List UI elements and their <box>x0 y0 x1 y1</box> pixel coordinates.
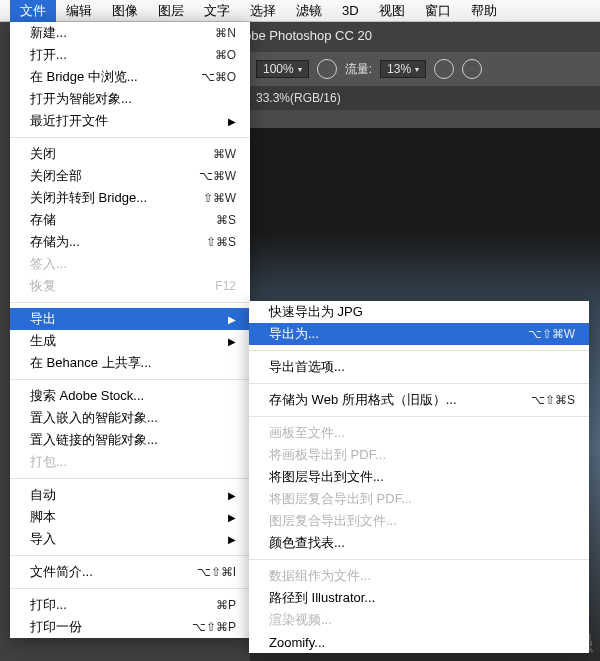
menu-item-label: 导出为... <box>269 325 516 343</box>
pressure-opacity-icon[interactable] <box>462 59 482 79</box>
menu-item-label: 打印... <box>30 596 204 614</box>
menu-item-shortcut: ⌘S <box>216 213 236 227</box>
file-menu-item[interactable]: 在 Behance 上共享... <box>10 352 250 374</box>
export-submenu-item[interactable]: Zoomify... <box>249 631 589 653</box>
ruler-horizontal <box>250 110 600 128</box>
export-submenu-item[interactable]: 路径到 Illustrator... <box>249 587 589 609</box>
flow-value[interactable]: 13% ▾ <box>380 60 426 78</box>
file-menu-item[interactable]: 文件简介...⌥⇧⌘I <box>10 561 250 583</box>
menu-help[interactable]: 帮助 <box>461 0 507 22</box>
export-submenu-item: 渲染视频... <box>249 609 589 631</box>
file-menu-item[interactable]: 关闭⌘W <box>10 143 250 165</box>
export-submenu-item: 图层复合导出到文件... <box>249 510 589 532</box>
file-menu-item[interactable]: 导出▶ <box>10 308 250 330</box>
menu-item-label: 自动 <box>30 486 216 504</box>
file-menu-item[interactable]: 新建...⌘N <box>10 22 250 44</box>
menu-item-label: 打开为智能对象... <box>30 90 236 108</box>
export-submenu-item: 将图层复合导出到 PDF... <box>249 488 589 510</box>
file-menu-separator <box>10 302 250 303</box>
menu-item-label: 渲染视频... <box>269 611 575 629</box>
submenu-arrow-icon: ▶ <box>228 314 236 325</box>
menu-image[interactable]: 图像 <box>102 0 148 22</box>
menu-item-label: 存储 <box>30 211 204 229</box>
export-submenu-item[interactable]: 快速导出为 JPG <box>249 301 589 323</box>
menu-item-label: 打包... <box>30 453 236 471</box>
menu-item-shortcut: ⌘N <box>215 26 236 40</box>
file-menu-item[interactable]: 置入链接的智能对象... <box>10 429 250 451</box>
menu-window[interactable]: 窗口 <box>415 0 461 22</box>
chevron-down-icon: ▾ <box>298 65 302 74</box>
export-submenu-item[interactable]: 存储为 Web 所用格式（旧版）...⌥⇧⌘S <box>249 389 589 411</box>
menu-item-label: 搜索 Adobe Stock... <box>30 387 236 405</box>
file-menu-item[interactable]: 导入▶ <box>10 528 250 550</box>
file-menu-item[interactable]: 打印...⌘P <box>10 594 250 616</box>
menu-item-shortcut: ⌥⌘W <box>199 169 236 183</box>
menu-item-label: 导入 <box>30 530 216 548</box>
menu-item-label: 关闭全部 <box>30 167 187 185</box>
airbrush-icon[interactable] <box>434 59 454 79</box>
file-menu-item[interactable]: 打开...⌘O <box>10 44 250 66</box>
menu-item-shortcut: ⌘O <box>215 48 236 62</box>
menu-item-shortcut: ⌥⇧⌘P <box>192 620 236 634</box>
file-menu-item[interactable]: 打开为智能对象... <box>10 88 250 110</box>
submenu-arrow-icon: ▶ <box>228 336 236 347</box>
zoom-value[interactable]: 100% ▾ <box>256 60 309 78</box>
export-submenu-item[interactable]: 导出为...⌥⇧⌘W <box>249 323 589 345</box>
pressure-size-icon[interactable] <box>317 59 337 79</box>
file-menu-item[interactable]: 存储⌘S <box>10 209 250 231</box>
file-menu-item[interactable]: 打印一份⌥⇧⌘P <box>10 616 250 638</box>
menu-edit[interactable]: 编辑 <box>56 0 102 22</box>
menu-item-label: 导出首选项... <box>269 358 575 376</box>
menu-item-label: 将图层导出到文件... <box>269 468 575 486</box>
menu-layer[interactable]: 图层 <box>148 0 194 22</box>
export-submenu-separator <box>249 350 589 351</box>
menu-item-label: 签入... <box>30 255 236 273</box>
file-menu-item[interactable]: 在 Bridge 中浏览...⌥⌘O <box>10 66 250 88</box>
file-menu-item[interactable]: 最近打开文件▶ <box>10 110 250 132</box>
file-menu-item[interactable]: 自动▶ <box>10 484 250 506</box>
menu-select[interactable]: 选择 <box>240 0 286 22</box>
file-menu-item[interactable]: 生成▶ <box>10 330 250 352</box>
file-menu-item[interactable]: 脚本▶ <box>10 506 250 528</box>
menu-item-shortcut: ⌘P <box>216 598 236 612</box>
menu-item-label: 将画板导出到 PDF... <box>269 446 575 464</box>
file-menu-item[interactable]: 搜索 Adobe Stock... <box>10 385 250 407</box>
file-menu-item[interactable]: 存储为...⇧⌘S <box>10 231 250 253</box>
export-submenu-separator <box>249 559 589 560</box>
export-submenu-item[interactable]: 导出首选项... <box>249 356 589 378</box>
menu-item-shortcut: ⌥⇧⌘W <box>528 327 575 341</box>
options-bar: 100% ▾ 流量: 13% ▾ <box>250 52 600 86</box>
menu-item-label: 恢复 <box>30 277 203 295</box>
menu-view[interactable]: 视图 <box>369 0 415 22</box>
submenu-arrow-icon: ▶ <box>228 490 236 501</box>
menu-item-label: 数据组作为文件... <box>269 567 575 585</box>
menu-item-label: 将图层复合导出到 PDF... <box>269 490 575 508</box>
menu-item-shortcut: ⇧⌘S <box>206 235 236 249</box>
menu-type[interactable]: 文字 <box>194 0 240 22</box>
document-tab[interactable]: 33.3%(RGB/16) <box>250 86 600 110</box>
menu-3d[interactable]: 3D <box>332 1 369 20</box>
export-submenu-item[interactable]: 颜色查找表... <box>249 532 589 554</box>
submenu-arrow-icon: ▶ <box>228 116 236 127</box>
export-submenu-separator <box>249 416 589 417</box>
menu-item-label: 在 Behance 上共享... <box>30 354 236 372</box>
menu-item-label: 最近打开文件 <box>30 112 216 130</box>
menu-item-label: 画板至文件... <box>269 424 575 442</box>
file-menu-item[interactable]: 关闭全部⌥⌘W <box>10 165 250 187</box>
file-menu-item[interactable]: 置入嵌入的智能对象... <box>10 407 250 429</box>
export-submenu-dropdown: 快速导出为 JPG导出为...⌥⇧⌘W导出首选项...存储为 Web 所用格式（… <box>249 301 589 653</box>
file-menu-item: 打包... <box>10 451 250 473</box>
menu-item-label: 打开... <box>30 46 203 64</box>
menu-item-label: 颜色查找表... <box>269 534 575 552</box>
flow-label: 流量: <box>345 61 372 78</box>
menu-item-shortcut: ⌥⇧⌘I <box>197 565 236 579</box>
menu-item-label: 图层复合导出到文件... <box>269 512 575 530</box>
export-submenu-item[interactable]: 将图层导出到文件... <box>249 466 589 488</box>
menu-item-label: 在 Bridge 中浏览... <box>30 68 189 86</box>
export-submenu-item: 将画板导出到 PDF... <box>249 444 589 466</box>
menu-file[interactable]: 文件 <box>10 0 56 22</box>
export-submenu-item: 画板至文件... <box>249 422 589 444</box>
file-menu-item[interactable]: 关闭并转到 Bridge...⇧⌘W <box>10 187 250 209</box>
menu-item-shortcut: ⌥⇧⌘S <box>531 393 575 407</box>
menu-filter[interactable]: 滤镜 <box>286 0 332 22</box>
